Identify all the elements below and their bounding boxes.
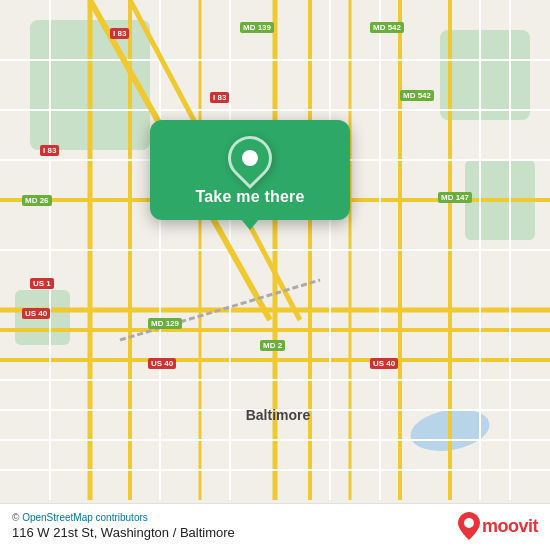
map-container: Baltimore I 83 I 83 I 83 MD 139 MD 542 M… [0,0,550,550]
road-badge-i83-mid: I 83 [40,145,59,156]
moovit-pin-icon [458,512,480,540]
road-badge-us1: US 1 [30,278,54,289]
road-badge-us40-right: US 40 [370,358,398,369]
road-badge-md2: MD 2 [260,340,285,351]
svg-point-31 [464,518,474,528]
road-badge-md542-top: MD 542 [370,22,404,33]
bottom-bar: © OpenStreetMap contributors 116 W 21st … [0,503,550,550]
roads-overlay: Baltimore [0,0,550,550]
road-badge-us40-left: US 40 [22,308,50,319]
popup-label: Take me there [195,188,304,206]
pin-dot [242,150,258,166]
road-badge-md147: MD 147 [438,192,472,203]
road-badge-i83-right: I 83 [210,92,229,103]
svg-text:Baltimore: Baltimore [246,407,311,423]
address-label: 116 W 21st St, Washington / Baltimore [12,525,235,540]
take-me-there-popup[interactable]: Take me there [150,120,350,220]
moovit-text-label: moovit [482,516,538,537]
location-pin [219,127,281,189]
road-badge-md542-mid: MD 542 [400,90,434,101]
moovit-logo: moovit [458,512,538,540]
road-badge-us40-mid: US 40 [148,358,176,369]
road-badge-i83-nw: I 83 [110,28,129,39]
map-attribution: © OpenStreetMap contributors [12,512,235,523]
osm-link[interactable]: OpenStreetMap contributors [22,512,148,523]
road-badge-md139: MD 139 [240,22,274,33]
road-badge-md26: MD 26 [22,195,52,206]
road-badge-md129: MD 129 [148,318,182,329]
